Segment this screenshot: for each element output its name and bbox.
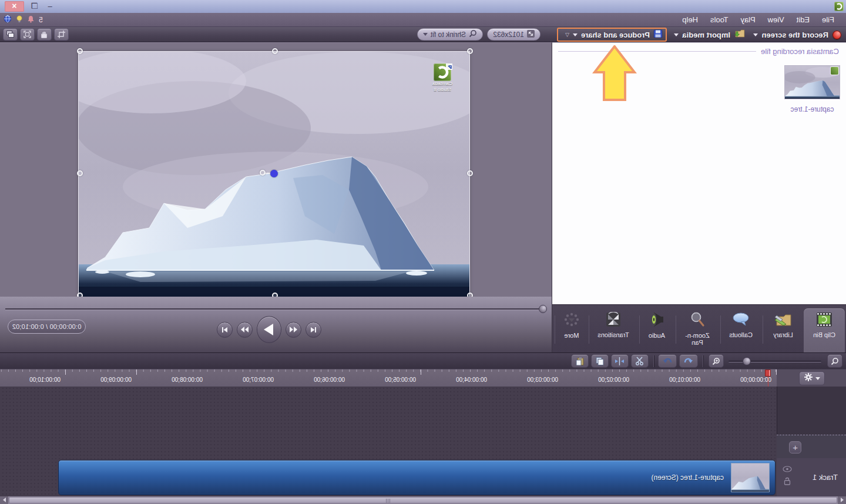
- track-visibility-toggle[interactable]: [783, 464, 792, 475]
- resize-handle-n[interactable]: [272, 48, 278, 54]
- zoom-in-icon[interactable]: [709, 354, 724, 368]
- tab-label: Audio: [649, 332, 665, 339]
- redo-icon[interactable]: [658, 354, 677, 368]
- tab-clip-bin[interactable]: Clip Bin: [804, 308, 845, 353]
- clip-bin-icon: [815, 312, 833, 330]
- globe-icon[interactable]: [4, 15, 12, 25]
- track-name: Track 1: [813, 473, 838, 482]
- menu-item-tools[interactable]: Tools: [709, 15, 729, 24]
- previous-frame-button[interactable]: [306, 322, 321, 338]
- minimize-button[interactable]: –: [46, 1, 54, 12]
- playhead-marker[interactable]: [765, 369, 771, 377]
- preview-canvas[interactable]: Camtasia Studio 8: [79, 52, 469, 297]
- zoom-out-icon[interactable]: [827, 354, 842, 368]
- restore-button[interactable]: ❐: [31, 1, 39, 12]
- detach-canvas-icon[interactable]: [3, 28, 18, 41]
- timeline-options-area: [777, 369, 846, 387]
- fit-to-window-icon[interactable]: [20, 28, 35, 41]
- copy-icon[interactable]: [591, 354, 609, 368]
- notification-count: 5: [39, 16, 43, 24]
- ruler-label: 00:00:05;00: [385, 377, 416, 383]
- timeline-ruler[interactable]: 00:00:00;00 00:00:01;00 00:00:02;00 00:0…: [0, 369, 777, 387]
- menu-item-file[interactable]: File: [821, 15, 835, 24]
- audio-icon: [648, 312, 666, 330]
- track-lock-toggle[interactable]: [784, 477, 791, 488]
- lightbulb-icon[interactable]: [16, 15, 23, 25]
- camtasia-app-icon: [834, 2, 844, 11]
- import-media-icon: [734, 29, 745, 41]
- title-bar: Camtasia Studio - Untitled.camproj – ❐ ×: [0, 0, 846, 13]
- next-frame-button[interactable]: [217, 322, 233, 338]
- clip-thumbnail[interactable]: [784, 65, 840, 99]
- bell-icon[interactable]: [27, 15, 35, 25]
- import-label: Import media: [682, 31, 730, 39]
- rotation-handle[interactable]: [260, 170, 266, 176]
- rotation-center-dot[interactable]: [270, 170, 278, 177]
- canvas-view-buttons: [3, 28, 69, 41]
- zoom-mode-label: Shrink to fit: [431, 31, 466, 39]
- menu-item-play[interactable]: Play: [739, 15, 756, 24]
- scroll-right-icon[interactable]: [3, 498, 6, 502]
- paste-icon[interactable]: [571, 354, 589, 368]
- main-toolbar: Record the screen Import media Produce a…: [0, 27, 846, 42]
- chevron-down-icon: [753, 33, 758, 36]
- timeline-tracks-area[interactable]: capture-1.trec (Screen): [0, 387, 777, 496]
- menu-item-help[interactable]: Help: [681, 15, 699, 24]
- desktop-icon-label-line2: Studio 8: [426, 87, 459, 93]
- split-icon[interactable]: [611, 354, 629, 368]
- transitions-icon: [605, 312, 622, 330]
- ruler-label: 00:00:00;00: [740, 377, 771, 383]
- timeline-clip-label: capture-1.trec (Screen): [652, 473, 724, 482]
- tab-library[interactable]: Library: [763, 308, 804, 353]
- tab-callouts[interactable]: Callouts: [720, 308, 761, 353]
- timeline-zoom-thumb[interactable]: [743, 357, 751, 365]
- rewind-button[interactable]: [286, 322, 301, 338]
- tab-label: Transitions: [597, 331, 629, 338]
- record-screen-button[interactable]: Record the screen: [753, 27, 841, 42]
- menu-item-view[interactable]: View: [767, 15, 785, 24]
- callout-arrow-annotation: [592, 45, 637, 101]
- scrollbar-thumb[interactable]: [9, 497, 837, 503]
- track-options-button[interactable]: [799, 371, 825, 385]
- clip-name[interactable]: capture-1.trec: [778, 105, 846, 113]
- menu-item-edit[interactable]: Edit: [795, 15, 811, 24]
- seek-thumb[interactable]: [539, 305, 547, 313]
- preview-pane: Camtasia Studio 8: [0, 42, 552, 297]
- resize-handle-ne[interactable]: [77, 48, 83, 54]
- produce-share-button[interactable]: Produce and share ▽: [557, 28, 667, 42]
- play-button[interactable]: [257, 316, 281, 343]
- ruler-label: 00:00:10;00: [29, 377, 61, 383]
- tab-label: More: [564, 332, 579, 339]
- tab-transitions[interactable]: Transitions: [589, 308, 638, 353]
- zoom-n-pan-icon: [689, 312, 706, 330]
- undo-icon[interactable]: [679, 354, 698, 368]
- resize-handle-e[interactable]: [77, 170, 83, 176]
- fast-forward-button[interactable]: [237, 322, 253, 338]
- timeline-clip[interactable]: capture-1.trec (Screen): [58, 460, 776, 495]
- scroll-left-icon[interactable]: [841, 498, 844, 502]
- canvas-size-button[interactable]: 1012x632: [487, 28, 540, 41]
- resize-handle-w[interactable]: [467, 170, 473, 176]
- zoom-mode-button[interactable]: Shrink to fit: [417, 28, 483, 41]
- crop-icon[interactable]: [54, 28, 69, 41]
- tab-audio[interactable]: Audio: [639, 308, 674, 353]
- timeline-toolbar: [0, 352, 846, 369]
- playback-controls: [217, 316, 321, 343]
- ruler-label: 00:00:06;00: [314, 377, 345, 383]
- pan-hand-icon[interactable]: [37, 28, 52, 41]
- track-header-column: + Track 1: [777, 387, 846, 496]
- menu-bar: File Edit View Play Tools Help 5: [0, 13, 846, 27]
- import-media-button[interactable]: Import media: [674, 27, 745, 42]
- tab-label: Library: [773, 331, 793, 338]
- tab-zoom-n-pan[interactable]: Zoom-n-Pan: [676, 308, 719, 353]
- tab-label: Zoom-n-Pan: [680, 332, 714, 346]
- resize-handle-nw[interactable]: [467, 48, 473, 54]
- cut-scissors-icon[interactable]: [631, 354, 649, 368]
- close-button[interactable]: ×: [5, 1, 24, 12]
- recorded-desktop-shortcut: Camtasia Studio 8: [426, 63, 459, 93]
- tab-more[interactable]: More: [555, 308, 589, 353]
- record-label: Record the screen: [762, 31, 828, 39]
- add-track-button[interactable]: +: [789, 441, 801, 453]
- seek-slider[interactable]: [5, 308, 546, 310]
- time-display: 0:00:00;00 / 0:00:10;02: [8, 320, 86, 334]
